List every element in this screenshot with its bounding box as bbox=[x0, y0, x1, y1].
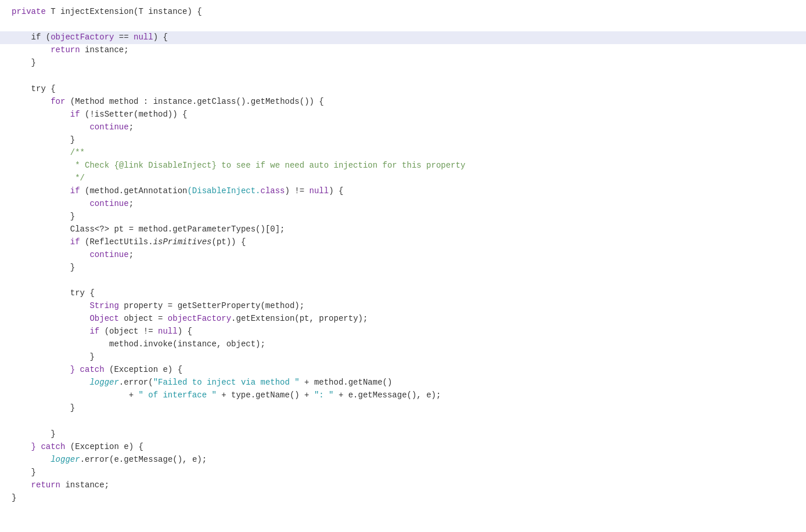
code-token: () + bbox=[290, 389, 314, 402]
code-token: Object bbox=[12, 313, 124, 325]
code-line: /** bbox=[0, 147, 806, 160]
code-token: isPrimitives bbox=[153, 236, 212, 249]
code-token: null bbox=[134, 31, 153, 44]
code-line: */ bbox=[0, 172, 806, 185]
code-token: ()[0]; bbox=[256, 223, 285, 236]
code-token: if bbox=[12, 325, 105, 338]
code-token: * Check {@link DisableInject} to see if … bbox=[12, 160, 465, 172]
code-token: property = getSetterProperty(method); bbox=[124, 300, 304, 313]
code-line: method.invoke(instance, object); bbox=[0, 338, 806, 351]
code-token: continue bbox=[12, 249, 129, 262]
code-token: } bbox=[12, 428, 56, 441]
code-token: + type. bbox=[217, 389, 256, 402]
code-line: for (Method method : instance.getClass()… bbox=[0, 96, 806, 108]
code-token: (), e); bbox=[407, 389, 441, 402]
code-token: == bbox=[114, 31, 134, 44]
code-line: if (object != null) { bbox=[0, 325, 806, 338]
code-token: instance; bbox=[65, 479, 109, 492]
code-token: for bbox=[12, 96, 70, 108]
code-token: if bbox=[12, 236, 85, 249]
code-token: } bbox=[12, 262, 75, 274]
code-token: () bbox=[383, 377, 393, 389]
code-line: return instance; bbox=[0, 479, 806, 492]
code-token: } bbox=[12, 134, 75, 147]
code-line: } bbox=[0, 466, 806, 479]
code-token: } bbox=[12, 57, 36, 70]
code-token bbox=[12, 377, 89, 389]
code-token: null bbox=[310, 185, 329, 198]
code-container: private T injectExtension(T instance) { … bbox=[0, 0, 806, 532]
code-token: method : instance. bbox=[105, 96, 197, 108]
code-token: String bbox=[12, 300, 124, 313]
code-token: Class bbox=[12, 223, 95, 236]
code-token: (DisableInject. bbox=[187, 185, 260, 198]
code-token: getMessage bbox=[358, 389, 407, 402]
code-token: (T instance) { bbox=[134, 6, 202, 19]
code-token: + e. bbox=[334, 389, 358, 402]
code-token bbox=[12, 454, 51, 466]
code-token: <?> bbox=[95, 223, 114, 236]
code-line: private T injectExtension(T instance) { bbox=[0, 6, 806, 19]
code-token: logger bbox=[89, 377, 118, 389]
code-token: try { bbox=[12, 83, 56, 96]
code-line: } bbox=[0, 428, 806, 441]
code-token: continue bbox=[12, 121, 129, 134]
code-token: ) { bbox=[153, 31, 168, 44]
code-token: object = bbox=[124, 313, 168, 325]
code-token: (pt)) { bbox=[211, 236, 246, 249]
code-line: } bbox=[0, 211, 806, 223]
code-token: ; bbox=[129, 249, 134, 262]
code-line: logger.error("Failed to inject via metho… bbox=[0, 377, 806, 389]
code-line: } bbox=[0, 262, 806, 274]
code-line: continue; bbox=[0, 121, 806, 134]
code-token: getClass bbox=[197, 96, 236, 108]
code-token: objectFactory bbox=[51, 31, 114, 44]
code-line: continue; bbox=[0, 198, 806, 211]
code-token: if bbox=[12, 185, 85, 198]
code-token: } catch bbox=[12, 441, 70, 454]
code-token: (instance, object); bbox=[172, 338, 265, 351]
code-token: + method. bbox=[300, 377, 348, 389]
code-line: } catch (Exception e) { bbox=[0, 441, 806, 454]
code-token: getMessage bbox=[124, 454, 172, 466]
code-token: } bbox=[12, 211, 75, 223]
code-token: getAnnotation bbox=[124, 185, 187, 198]
code-token: + bbox=[12, 389, 138, 402]
code-line: } bbox=[0, 402, 806, 415]
code-line bbox=[0, 274, 806, 287]
code-token: } bbox=[12, 402, 75, 415]
code-line: try { bbox=[0, 83, 806, 96]
code-token: invoke bbox=[143, 338, 172, 351]
code-token: . bbox=[231, 313, 236, 325]
code-token: " of interface " bbox=[138, 389, 216, 402]
code-line: if (objectFactory == null) { bbox=[0, 31, 806, 44]
code-token: } bbox=[12, 492, 16, 505]
code-token: private bbox=[12, 6, 51, 19]
code-token: getParameterTypes bbox=[172, 223, 256, 236]
code-token: (), e); bbox=[172, 454, 207, 466]
code-line: * Check {@link DisableInject} to see if … bbox=[0, 160, 806, 172]
code-token: ; bbox=[129, 198, 134, 211]
code-lines: private T injectExtension(T instance) { … bbox=[0, 6, 806, 505]
code-token: getMethods bbox=[251, 96, 300, 108]
code-line bbox=[0, 70, 806, 82]
code-token: T bbox=[51, 6, 60, 19]
code-token: ()) { bbox=[300, 96, 324, 108]
code-token: (). bbox=[236, 96, 251, 108]
code-token: ; bbox=[129, 121, 134, 134]
code-token: /** bbox=[12, 147, 85, 160]
code-token: (Exception e) { bbox=[70, 441, 143, 454]
code-line: try { bbox=[0, 287, 806, 300]
code-line: continue; bbox=[0, 249, 806, 262]
code-line: } bbox=[0, 351, 806, 364]
code-token: } bbox=[12, 466, 36, 479]
code-line: Object object = objectFactory.getExtensi… bbox=[0, 313, 806, 325]
code-line: if (method.getAnnotation(DisableInject.c… bbox=[0, 185, 806, 198]
code-line: logger.error(e.getMessage(), e); bbox=[0, 454, 806, 466]
code-token: */ bbox=[12, 172, 85, 185]
code-token: objectFactory bbox=[168, 313, 231, 325]
code-token: injectExtension bbox=[60, 6, 134, 19]
code-token: Method bbox=[75, 96, 104, 108]
code-token: (Exception e) { bbox=[109, 364, 182, 377]
code-token: logger bbox=[51, 454, 80, 466]
